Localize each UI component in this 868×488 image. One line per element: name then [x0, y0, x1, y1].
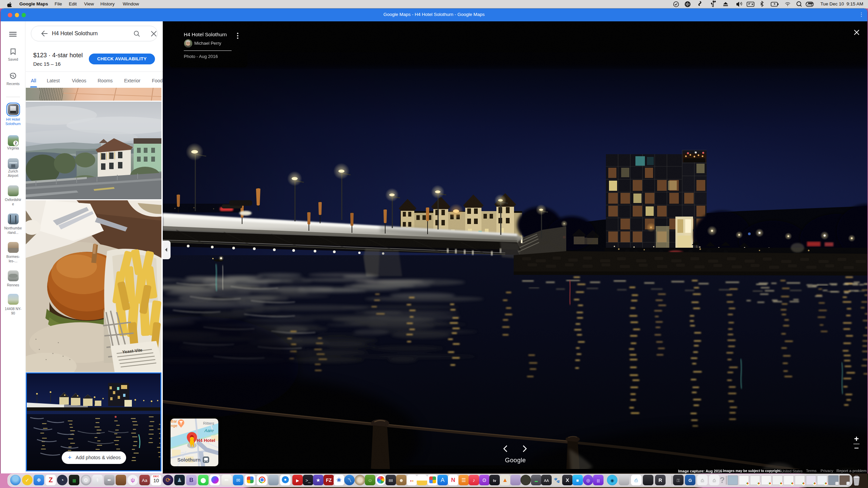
svg-text:Aare: Aare [204, 428, 214, 433]
svg-text:nge: nge [171, 424, 177, 428]
svg-text:Ritterq: Ritterq [203, 421, 214, 425]
svg-text:Solothurn: Solothurn [177, 457, 200, 463]
svg-text:Bar: Bar [171, 419, 177, 423]
svg-text:H4 Hotel: H4 Hotel [197, 438, 215, 443]
